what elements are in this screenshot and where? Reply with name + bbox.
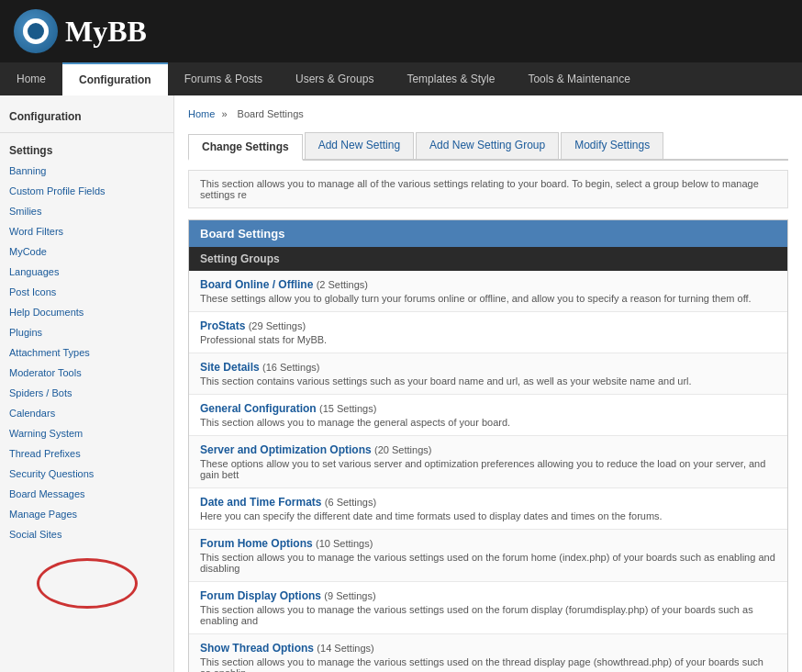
- sidebar-item-moderator-tools[interactable]: Moderator Tools: [0, 363, 173, 383]
- settings-title-date-time-formats[interactable]: Date and Time Formats: [200, 496, 321, 509]
- settings-row-show-thread-options: Show Thread Options (14 Settings) This s…: [189, 634, 787, 672]
- settings-tabs: Change Settings Add New Setting Add New …: [188, 132, 788, 161]
- sidebar-item-social-sites[interactable]: Social Sites: [0, 524, 173, 544]
- nav-item-forums-posts[interactable]: Forums & Posts: [168, 62, 279, 95]
- settings-count-site-details: (16 Settings): [262, 362, 319, 373]
- settings-count-forum-home-options: (10 Settings): [316, 538, 373, 549]
- settings-row-prostats: ProStats (29 Settings) Professional stat…: [189, 312, 787, 353]
- logo-icon: [14, 9, 58, 53]
- settings-row-forum-home-options: Forum Home Options (10 Settings) This se…: [189, 530, 787, 582]
- settings-desc-show-thread-options: This section allows you to manage the va…: [200, 656, 776, 672]
- sidebar-item-custom-profile-fields[interactable]: Custom Profile Fields: [0, 181, 173, 201]
- sidebar-circle-decoration: [37, 558, 138, 609]
- tab-add-new-setting-group[interactable]: Add New Setting Group: [416, 132, 559, 159]
- settings-desc-forum-home-options: This section allows you to manage the va…: [200, 552, 776, 574]
- settings-desc-server-optimization: These options allow you to set various s…: [200, 458, 776, 480]
- logo-area: MyBB: [14, 9, 147, 53]
- settings-count-prostats: (29 Settings): [249, 320, 306, 331]
- sidebar-item-warning-system[interactable]: Warning System: [0, 423, 173, 443]
- tab-change-settings[interactable]: Change Settings: [188, 134, 303, 161]
- settings-title-forum-display-options[interactable]: Forum Display Options: [200, 589, 321, 602]
- sidebar-item-smilies[interactable]: Smilies: [0, 201, 173, 221]
- settings-title-forum-home-options[interactable]: Forum Home Options: [200, 537, 313, 550]
- sidebar-item-spiders-bots[interactable]: Spiders / Bots: [0, 383, 173, 403]
- settings-desc-prostats: Professional stats for MyBB.: [200, 334, 776, 345]
- settings-row-forum-display-options: Forum Display Options (9 Settings) This …: [189, 582, 787, 634]
- settings-row-site-details: Site Details (16 Settings) This section …: [189, 353, 787, 395]
- breadcrumb-separator: »: [221, 108, 227, 119]
- settings-row-server-optimization: Server and Optimization Options (20 Sett…: [189, 436, 787, 488]
- nav-item-templates-style[interactable]: Templates & Style: [390, 62, 511, 95]
- sidebar-item-board-messages[interactable]: Board Messages: [0, 484, 173, 504]
- sidebar-item-security-questions[interactable]: Security Questions: [0, 464, 173, 484]
- sidebar-item-post-icons[interactable]: Post Icons: [0, 282, 173, 302]
- settings-desc-general-configuration: This section allows you to manage the ge…: [200, 417, 776, 428]
- settings-desc-forum-display-options: This section allows you to manage the va…: [200, 604, 776, 626]
- sidebar-item-thread-prefixes[interactable]: Thread Prefixes: [0, 443, 173, 464]
- sidebar-section-title: Configuration: [0, 105, 173, 129]
- settings-container: Board Settings Setting Groups Board Onli…: [188, 219, 788, 672]
- sidebar-item-help-documents[interactable]: Help Documents: [0, 302, 173, 322]
- info-bar-text: This section allows you to manage all of…: [200, 178, 759, 200]
- settings-desc-site-details: This section contains various settings s…: [200, 375, 776, 386]
- sidebar-divider: [0, 132, 173, 133]
- settings-count-general-configuration: (15 Settings): [319, 403, 376, 414]
- nav-item-users-groups[interactable]: Users & Groups: [279, 62, 390, 95]
- settings-count-server-optimization: (20 Settings): [374, 444, 431, 455]
- breadcrumb: Home » Board Settings: [188, 105, 788, 123]
- settings-main-header: Board Settings: [189, 220, 787, 247]
- sidebar-item-mycode[interactable]: MyCode: [0, 241, 173, 262]
- content-area: Home » Board Settings Change Settings Ad…: [174, 95, 802, 672]
- settings-title-show-thread-options[interactable]: Show Thread Options: [200, 642, 314, 655]
- settings-count-date-time-formats: (6 Settings): [325, 497, 376, 508]
- settings-count-forum-display-options: (9 Settings): [324, 590, 375, 601]
- settings-title-site-details[interactable]: Site Details: [200, 361, 260, 374]
- sidebar-item-manage-pages[interactable]: Manage Pages: [0, 504, 173, 524]
- nav-item-configuration[interactable]: Configuration: [62, 62, 168, 95]
- settings-title-general-configuration[interactable]: General Configuration: [200, 402, 317, 415]
- sidebar-item-languages[interactable]: Languages: [0, 262, 173, 282]
- sidebar-item-attachment-types[interactable]: Attachment Types: [0, 342, 173, 363]
- settings-desc-date-time-formats: Here you can specify the different date …: [200, 510, 776, 521]
- sidebar-settings-heading: Settings: [0, 137, 173, 161]
- settings-title-prostats[interactable]: ProStats: [200, 319, 245, 332]
- settings-count-show-thread-options: (14 Settings): [317, 643, 373, 654]
- breadcrumb-home[interactable]: Home: [188, 108, 215, 119]
- sidebar-item-plugins[interactable]: Plugins: [0, 322, 173, 342]
- sidebar-item-calendars[interactable]: Calendars: [0, 403, 173, 423]
- settings-title-server-optimization[interactable]: Server and Optimization Options: [200, 443, 372, 456]
- nav-item-home[interactable]: Home: [0, 62, 62, 95]
- tab-modify-settings[interactable]: Modify Settings: [561, 132, 663, 159]
- settings-title-board-online-offline[interactable]: Board Online / Offline: [200, 278, 313, 291]
- nav-item-tools-maintenance[interactable]: Tools & Maintenance: [511, 62, 646, 95]
- header: MyBB: [0, 0, 802, 62]
- nav: Home Configuration Forums & Posts Users …: [0, 62, 802, 95]
- settings-row-board-online-offline: Board Online / Offline (2 Settings) Thes…: [189, 271, 787, 312]
- settings-subheader: Setting Groups: [189, 247, 787, 271]
- sidebar-item-word-filters[interactable]: Word Filters: [0, 221, 173, 241]
- breadcrumb-current: Board Settings: [238, 108, 304, 119]
- sidebar-item-banning[interactable]: Banning: [0, 161, 173, 181]
- settings-count-board-online-offline: (2 Settings): [317, 279, 368, 290]
- sidebar: Configuration Settings Banning Custom Pr…: [0, 95, 174, 672]
- info-bar: This section allows you to manage all of…: [188, 170, 788, 208]
- settings-desc-board-online-offline: These settings allow you to globally tur…: [200, 293, 776, 304]
- logo-text: MyBB: [65, 15, 147, 49]
- tab-add-new-setting[interactable]: Add New Setting: [305, 132, 414, 159]
- settings-row-date-time-formats: Date and Time Formats (6 Settings) Here …: [189, 488, 787, 530]
- settings-row-general-configuration: General Configuration (15 Settings) This…: [189, 395, 787, 436]
- main-layout: Configuration Settings Banning Custom Pr…: [0, 95, 802, 672]
